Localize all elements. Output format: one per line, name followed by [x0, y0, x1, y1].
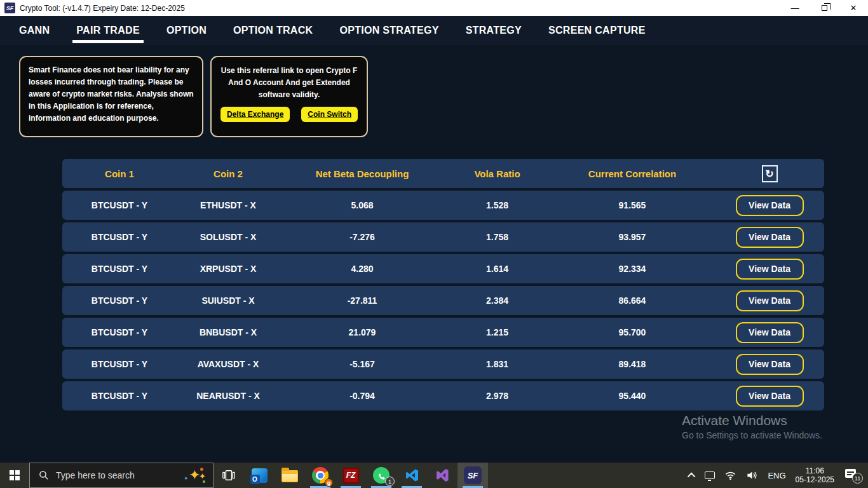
- cell-vola: 2.978: [445, 391, 550, 401]
- taskbar: ✦ ✦ ✦ O g FZ 1: [0, 463, 868, 488]
- cell-net-beta: -7.276: [280, 232, 445, 242]
- cell-coin2: NEARUSDT - X: [177, 391, 280, 401]
- tab-screen-capture[interactable]: SCREEN CAPTURE: [548, 16, 646, 45]
- volume-icon[interactable]: [746, 470, 758, 480]
- watermark-title: Activate Windows: [682, 413, 822, 428]
- window-title: Crypto Tool: (-v1.4.7) Expeiry Date: 12-…: [20, 4, 185, 13]
- header-current-correlation: Current Correlation: [550, 168, 715, 179]
- cell-coin1: BTCUSDT - Y: [62, 264, 177, 274]
- cell-coin2: AVAXUSDT - X: [177, 359, 280, 369]
- table-row: BTCUSDT - Y SUIUSDT - X -27.811 2.384 86…: [62, 286, 824, 315]
- taskbar-search[interactable]: ✦ ✦ ✦: [29, 463, 214, 488]
- cell-net-beta: 4.280: [280, 264, 445, 274]
- view-data-button[interactable]: View Data: [736, 354, 804, 375]
- tab-strategy[interactable]: STRATEGY: [466, 16, 522, 45]
- disclaimer-text: Smart Finance does not bear liability fo…: [29, 65, 194, 123]
- cell-corr: 95.440: [550, 391, 715, 401]
- tab-gann[interactable]: GANN: [19, 16, 50, 45]
- tab-pair-trade[interactable]: PAIR TRADE: [76, 16, 140, 45]
- taskbar-filezilla[interactable]: FZ: [336, 463, 366, 488]
- cell-coin2: SOLUSDT - X: [177, 232, 280, 242]
- cell-vola: 1.831: [445, 359, 550, 369]
- cell-corr: 93.957: [550, 232, 715, 242]
- minimize-button[interactable]: —: [780, 0, 810, 16]
- tray-expand-icon[interactable]: [688, 472, 696, 480]
- action-center-button[interactable]: 11: [844, 467, 863, 484]
- table-row: BTCUSDT - Y AVAXUSDT - X -5.167 1.831 89…: [62, 349, 824, 379]
- tray-date: 05-12-2025: [796, 475, 834, 484]
- taskbar-file-explorer[interactable]: [275, 463, 305, 488]
- header-vola-ratio: Vola Ratio: [445, 168, 550, 179]
- tray-time: 11:06: [796, 466, 834, 475]
- cell-corr: 91.565: [550, 200, 715, 210]
- view-data-button[interactable]: View Data: [736, 322, 804, 343]
- cell-coin2: SUIUSDT - X: [177, 295, 280, 306]
- cell-coin1: BTCUSDT - Y: [62, 327, 177, 337]
- file-explorer-icon: [281, 470, 298, 482]
- activate-windows-watermark: Activate Windows Go to Settings to activ…: [682, 413, 822, 440]
- table-header-row: Coin 1 Coin 2 Net Beta Decoupling Vola R…: [62, 159, 824, 188]
- pair-trade-table: Coin 1 Coin 2 Net Beta Decoupling Vola R…: [62, 159, 824, 413]
- search-input[interactable]: [56, 470, 184, 480]
- coin-switch-button[interactable]: Coin Switch: [301, 107, 358, 122]
- cell-vola: 1.215: [445, 327, 550, 337]
- taskbar-whatsapp[interactable]: 1: [366, 463, 397, 488]
- whatsapp-unread-badge: 1: [385, 477, 395, 486]
- cell-coin2: ETHUSDT - X: [177, 200, 280, 210]
- view-data-button[interactable]: View Data: [736, 259, 804, 280]
- task-view-button[interactable]: [214, 463, 244, 488]
- delta-exchange-button[interactable]: Delta Exchange: [220, 107, 290, 122]
- tab-option-strategy[interactable]: OPTION STRATEGY: [339, 16, 438, 45]
- cell-corr: 95.700: [550, 327, 715, 337]
- cell-coin1: BTCUSDT - Y: [62, 295, 177, 306]
- windows-logo-icon: [10, 470, 20, 480]
- search-highlights-icon[interactable]: ✦ ✦ ✦: [184, 467, 207, 484]
- cell-coin2: BNBUSDT - X: [177, 327, 280, 337]
- close-button[interactable]: ✕: [839, 0, 868, 16]
- app-logo-icon: SF: [4, 3, 15, 13]
- cell-vola: 1.528: [445, 200, 550, 210]
- taskbar-vscode[interactable]: [397, 463, 427, 488]
- taskbar-crypto-tool[interactable]: SF: [458, 463, 488, 488]
- cell-net-beta: 5.068: [280, 200, 445, 210]
- language-indicator[interactable]: ENG: [768, 471, 785, 480]
- table-row: BTCUSDT - Y BNBUSDT - X 21.079 1.215 95.…: [62, 318, 824, 347]
- system-tray: ENG 11:06 05-12-2025 11: [689, 463, 868, 488]
- refresh-icon[interactable]: ↻: [762, 165, 778, 182]
- cell-net-beta: -5.167: [280, 359, 445, 369]
- cell-corr: 86.664: [550, 295, 715, 306]
- taskbar-chrome[interactable]: g: [305, 463, 336, 488]
- task-view-icon: [222, 468, 236, 482]
- restore-button[interactable]: [810, 0, 839, 16]
- view-data-button[interactable]: View Data: [736, 227, 804, 248]
- start-button[interactable]: [0, 463, 29, 488]
- taskbar-visual-studio[interactable]: [427, 463, 458, 488]
- header-net-beta: Net Beta Decoupling: [280, 168, 445, 179]
- table-row: BTCUSDT - Y NEARUSDT - X -0.794 2.978 95…: [62, 381, 824, 410]
- watermark-subtitle: Go to Settings to activate Windows.: [682, 430, 822, 440]
- view-data-button[interactable]: View Data: [736, 386, 804, 407]
- cell-coin1: BTCUSDT - Y: [62, 359, 177, 369]
- tab-option[interactable]: OPTION: [166, 16, 207, 45]
- referral-text: Use this referral link to open Crypto F …: [221, 66, 358, 99]
- wifi-icon[interactable]: [724, 470, 736, 480]
- referral-box: Use this referral link to open Crypto F …: [210, 56, 368, 137]
- cell-coin1: BTCUSDT - Y: [62, 391, 177, 401]
- cell-corr: 89.418: [550, 359, 715, 369]
- cell-net-beta: 21.079: [280, 327, 445, 337]
- cell-net-beta: -0.794: [280, 391, 445, 401]
- taskbar-outlook[interactable]: O: [244, 463, 275, 488]
- view-data-button[interactable]: View Data: [736, 195, 804, 216]
- clock[interactable]: 11:06 05-12-2025: [796, 466, 834, 484]
- table-row: BTCUSDT - Y SOLUSDT - X -7.276 1.758 93.…: [62, 222, 824, 252]
- cell-vola: 1.758: [445, 232, 550, 242]
- title-bar: SF Crypto Tool: (-v1.4.7) Expeiry Date: …: [0, 0, 868, 16]
- notification-count-badge: 11: [852, 473, 863, 484]
- chrome-profile-badge: g: [325, 478, 333, 487]
- tab-option-track[interactable]: OPTION TRACK: [233, 16, 313, 45]
- view-data-button[interactable]: View Data: [736, 290, 804, 311]
- table-row: BTCUSDT - Y ETHUSDT - X 5.068 1.528 91.5…: [62, 191, 824, 220]
- cell-coin1: BTCUSDT - Y: [62, 200, 177, 210]
- referral-buttons: Delta Exchange Coin Switch: [217, 107, 362, 122]
- display-icon[interactable]: [705, 471, 715, 479]
